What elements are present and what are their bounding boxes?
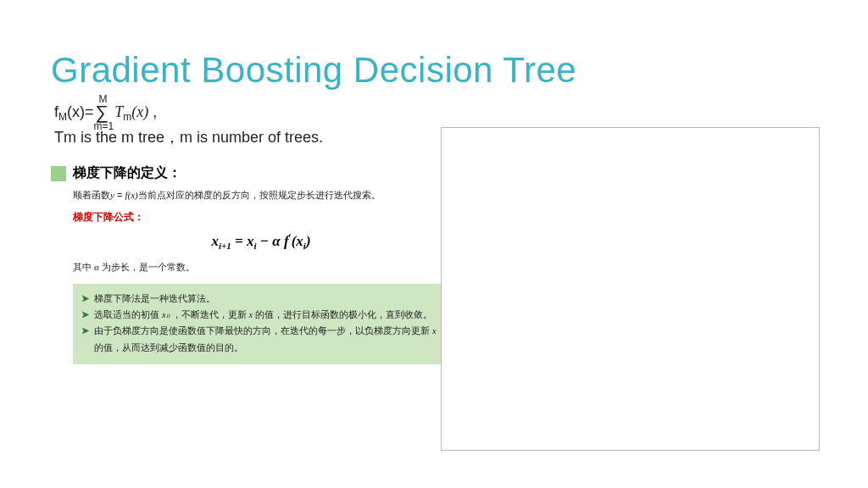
chevron-icon: ➤ [81,307,89,324]
model-formula: fM(x)=M∑m=1 Tm(x) , [54,102,817,124]
alpha-note: 其中 α 为步长，是一个常数。 [73,259,449,275]
bullet-2: ➤选取适当的初值 x₀ ，不断迭代，更新 x 的值，进行目标函数的极小化，直到收… [81,307,441,324]
slide: Gradient Boosting Decision Tree fM(x)=M∑… [0,0,868,488]
definition-line-1: 顺着函数y = f(x)当前点对应的梯度的反方向，按照规定步长进行迭代搜索。 [73,187,449,203]
slide-title: Gradient Boosting Decision Tree [51,51,817,90]
chevron-icon: ➤ [81,323,89,356]
bullet-3: ➤由于负梯度方向是使函数值下降最快的方向，在迭代的每一步，以负梯度方向更新 x … [81,323,441,356]
bullet-1: ➤梯度下降法是一种迭代算法。 [81,291,441,307]
gd-formula-label: 梯度下降公式： [73,208,449,225]
definition-body: 顺着函数y = f(x)当前点对应的梯度的反方向，按照规定步长进行迭代搜索。 梯… [51,187,449,364]
gd-notes-box: ➤梯度下降法是一种迭代算法。 ➤选取适当的初值 x₀ ，不断迭代，更新 x 的值… [73,284,449,365]
gradient-descent-definition: 梯度下降的定义： 顺着函数y = f(x)当前点对应的梯度的反方向，按照规定步长… [51,164,449,364]
content-placeholder [441,127,820,451]
gd-formula: xi+1 = xi − α f′(xi) [73,229,449,254]
definition-heading-row: 梯度下降的定义： [51,164,449,182]
chevron-icon: ➤ [81,291,89,307]
bullet-square-icon [51,166,66,181]
definition-heading: 梯度下降的定义： [73,164,181,182]
